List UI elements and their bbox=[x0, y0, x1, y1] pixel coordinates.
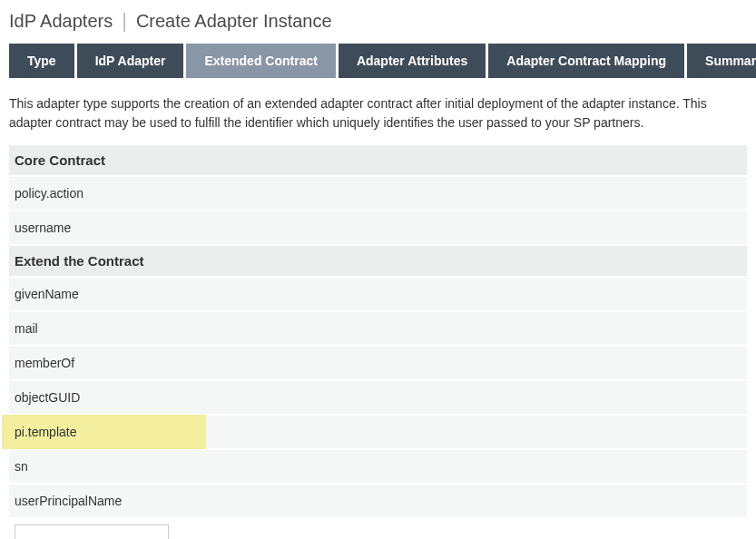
tab-bar: Type IdP Adapter Extended Contract Adapt… bbox=[9, 44, 747, 78]
extend-contract-row: sn bbox=[9, 450, 747, 483]
tab-extended-contract[interactable]: Extended Contract bbox=[186, 44, 335, 78]
tab-idp-adapter[interactable]: IdP Adapter bbox=[77, 44, 184, 78]
breadcrumb: IdP Adapters | Create Adapter Instance bbox=[9, 9, 747, 33]
extend-contract-row: memberOf bbox=[9, 347, 747, 379]
extend-contract-row-label: pi.template bbox=[15, 425, 76, 439]
breadcrumb-separator: | bbox=[122, 9, 127, 33]
tab-summary[interactable]: Summary bbox=[687, 44, 756, 78]
core-contract-row: policy.action bbox=[9, 177, 747, 210]
tab-description: This adapter type supports the creation … bbox=[9, 94, 747, 132]
tab-adapter-contract-mapping[interactable]: Adapter Contract Mapping bbox=[488, 44, 684, 78]
breadcrumb-parent[interactable]: IdP Adapters bbox=[9, 11, 113, 32]
extend-contract-row: userPrincipalName bbox=[9, 485, 747, 517]
extend-contract-row: mail bbox=[9, 312, 747, 345]
breadcrumb-current: Create Adapter Instance bbox=[136, 11, 332, 32]
tab-type[interactable]: Type bbox=[9, 44, 74, 78]
extend-contract-header: Extend the Contract bbox=[9, 246, 747, 276]
core-contract-row: username bbox=[9, 211, 747, 244]
new-attribute-row bbox=[9, 524, 747, 539]
extend-contract-row-highlighted: pi.template bbox=[9, 416, 747, 448]
core-contract-header: Core Contract bbox=[9, 145, 747, 175]
extend-contract-row: givenName bbox=[9, 278, 747, 310]
new-attribute-input[interactable] bbox=[15, 524, 169, 539]
extend-contract-row: objectGUID bbox=[9, 381, 747, 414]
tab-adapter-attributes[interactable]: Adapter Attributes bbox=[339, 44, 486, 78]
